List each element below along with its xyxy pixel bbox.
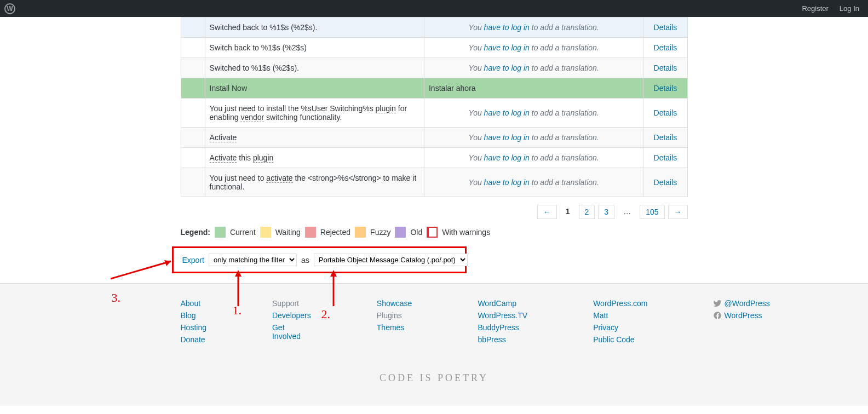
page-2[interactable]: 2 [579, 205, 595, 219]
page-current: 1 [560, 205, 576, 219]
footer-link[interactable]: WordPress.TV [478, 311, 527, 320]
table-row: Switch back to %1$s (%2$s)You have to lo… [181, 38, 687, 58]
table-row: Install NowInstalar ahoraDetails [181, 78, 687, 99]
footer-link[interactable]: BuddyPress [478, 323, 527, 332]
footer-link[interactable]: Plugins [377, 311, 412, 320]
priority-cell [181, 168, 205, 197]
annotation-1: 1. [233, 303, 242, 318]
details-cell: Details [643, 38, 687, 58]
export-format-select[interactable]: Portable Object Message Catalog (.po/.po… [314, 254, 468, 266]
details-cell: Details [643, 168, 687, 197]
translation-cell: You have to log in to add a translation. [424, 168, 643, 197]
export-link[interactable]: Export [182, 256, 204, 264]
source-cell: You just need to activate the <strong>%s… [205, 168, 424, 197]
footer-link[interactable]: Matt [593, 311, 647, 320]
footer-link[interactable]: Support [272, 299, 311, 308]
login-to-translate-link[interactable]: have to log in [484, 153, 530, 162]
source-cell: Activate [205, 128, 424, 148]
twitter-link[interactable]: @WordPress [713, 299, 769, 308]
footer-link[interactable]: About [181, 299, 206, 308]
footer-link[interactable]: Privacy [593, 323, 647, 332]
translation-cell: You have to log in to add a translation. [424, 58, 643, 78]
source-cell: Switched back to %1$s (%2$s). [205, 18, 424, 38]
pagination: ← 1 2 3 … 105 → [181, 205, 688, 219]
svg-line-0 [111, 261, 171, 279]
register-link[interactable]: Register [802, 4, 828, 13]
page-dots: … [618, 205, 636, 219]
details-link[interactable]: Details [654, 178, 677, 187]
export-filter-select[interactable]: only matching the filter [209, 254, 297, 266]
legend-swatch-fuzzy [355, 227, 366, 238]
details-cell: Details [643, 18, 687, 38]
table-row: ActivateYou have to log in to add a tran… [181, 128, 687, 148]
table-row: Switched back to %1$s (%2$s).You have to… [181, 18, 687, 38]
footer-link[interactable]: Hosting [181, 323, 206, 332]
footer-link[interactable]: Blog [181, 311, 206, 320]
footer-link[interactable]: Public Code [593, 335, 647, 344]
source-cell: Install Now [205, 78, 424, 99]
login-to-translate-link[interactable]: have to log in [484, 23, 530, 32]
details-link[interactable]: Details [654, 133, 677, 142]
legend-swatch-current [215, 227, 226, 238]
login-to-translate-link[interactable]: have to log in [484, 133, 530, 142]
priority-cell [181, 58, 205, 78]
footer-link[interactable]: Developers [272, 311, 311, 320]
priority-cell [181, 148, 205, 168]
footer-link[interactable]: WordPress.com [593, 299, 647, 308]
details-cell: Details [643, 58, 687, 78]
details-link[interactable]: Details [654, 23, 677, 32]
footer-link[interactable]: bbPress [478, 335, 527, 344]
login-link[interactable]: Log In [840, 4, 859, 13]
annotation-2: 2. [321, 307, 331, 321]
priority-cell [181, 18, 205, 38]
source-cell: You just need to install the %sUser Swit… [205, 99, 424, 128]
admin-bar: W Register Log In [0, 0, 868, 17]
details-link[interactable]: Details [654, 64, 677, 72]
login-to-translate-link[interactable]: have to log in [484, 178, 530, 187]
page-next[interactable]: → [668, 205, 688, 219]
login-to-translate-link[interactable]: have to log in [484, 64, 530, 72]
legend-swatch-waiting [260, 227, 271, 238]
login-to-translate-link[interactable]: have to log in [484, 43, 530, 52]
facebook-link[interactable]: WordPress [713, 311, 769, 320]
legend-label: Legend: [181, 228, 210, 237]
export-bar: Export only matching the filter as Porta… [172, 246, 467, 273]
footer-link[interactable]: WordCamp [478, 299, 527, 308]
legend-swatch-old [395, 227, 406, 238]
page-3[interactable]: 3 [598, 205, 614, 219]
translation-cell: You have to log in to add a translation. [424, 128, 643, 148]
details-link[interactable]: Details [654, 84, 677, 93]
footer-link[interactable]: Get Involved [272, 323, 311, 341]
priority-cell [181, 128, 205, 148]
footer: AboutBlogHostingDonate SupportDevelopers… [0, 283, 868, 406]
translation-cell: You have to log in to add a translation. [424, 148, 643, 168]
footer-link[interactable]: Showcase [377, 299, 412, 308]
translation-cell: You have to log in to add a translation. [424, 38, 643, 58]
facebook-icon [713, 311, 722, 320]
wordpress-logo-icon[interactable]: W [4, 3, 15, 14]
table-row: You just need to install the %sUser Swit… [181, 99, 687, 128]
twitter-icon [713, 299, 722, 308]
source-cell: Switched to %1$s (%2$s). [205, 58, 424, 78]
page-last[interactable]: 105 [640, 205, 664, 219]
annotation-3: 3. [112, 291, 121, 305]
svg-marker-1 [164, 260, 171, 266]
details-link[interactable]: Details [654, 43, 677, 52]
login-to-translate-link[interactable]: have to log in [484, 108, 530, 117]
footer-link[interactable]: Themes [377, 323, 412, 332]
page-prev[interactable]: ← [537, 205, 557, 219]
export-as-label: as [301, 256, 309, 264]
details-cell: Details [643, 99, 687, 128]
table-row: Switched to %1$s (%2$s).You have to log … [181, 58, 687, 78]
priority-cell [181, 38, 205, 58]
details-link[interactable]: Details [654, 153, 677, 162]
table-row: Activate this pluginYou have to log in t… [181, 148, 687, 168]
details-cell: Details [643, 148, 687, 168]
details-cell: Details [643, 128, 687, 148]
footer-link[interactable]: Donate [181, 335, 206, 344]
translation-cell: Instalar ahora [424, 78, 643, 99]
priority-cell [181, 99, 205, 128]
source-cell: Switch back to %1$s (%2$s) [205, 38, 424, 58]
details-link[interactable]: Details [654, 108, 677, 117]
table-row: You just need to activate the <strong>%s… [181, 168, 687, 197]
